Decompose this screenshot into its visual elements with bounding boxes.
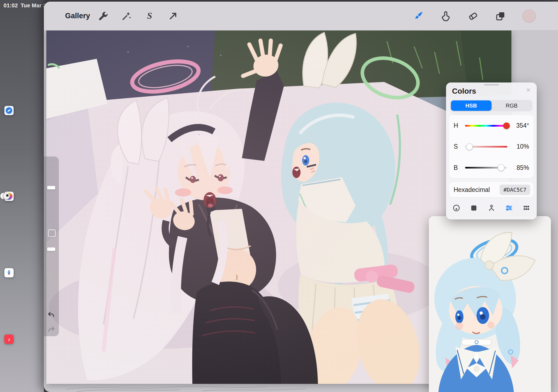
- saturation-slider-thumb[interactable]: [466, 143, 473, 150]
- disc-mode-icon: [452, 204, 460, 212]
- reference-image-arona: [429, 216, 551, 392]
- hue-label: H: [454, 122, 461, 129]
- hex-value-field[interactable]: #DAC5C7: [500, 185, 530, 195]
- transform-arrow-icon: [168, 11, 178, 22]
- color-mode-disc[interactable]: [451, 203, 461, 213]
- hexadecimal-label: Hexadecimal: [454, 186, 490, 194]
- undo-button[interactable]: [46, 310, 56, 320]
- hue-slider-row: H 354°: [454, 116, 529, 135]
- sketch-marks: [60, 382, 311, 392]
- redo-button[interactable]: [46, 324, 56, 335]
- saturation-label: S: [454, 143, 461, 150]
- status-bar: 01:02Tue Mar 3: [4, 2, 44, 9]
- undo-icon: [47, 311, 55, 319]
- gallery-button[interactable]: Gallery: [65, 2, 90, 30]
- transform-button[interactable]: [167, 10, 179, 22]
- palettes-mode-icon: [522, 204, 530, 212]
- color-modes-bar: [451, 202, 531, 214]
- brush-tool-button[interactable]: [412, 10, 424, 22]
- saturation-value: 10%: [511, 143, 529, 150]
- tab-hsb[interactable]: HSB: [451, 100, 492, 111]
- app-thumbnail-reader-music[interactable]: [3, 193, 10, 199]
- brightness-slider[interactable]: [465, 167, 507, 169]
- blue-circle-app-icon[interactable]: [4, 106, 14, 115]
- tab-rgb[interactable]: RGB: [492, 100, 532, 111]
- rocket-app-icon[interactable]: [4, 268, 14, 277]
- eraser-tool-button[interactable]: [467, 10, 479, 22]
- adjustments-wand-icon: [121, 11, 132, 22]
- actions-wrench-icon: [98, 11, 108, 22]
- top-toolbar: Gallery S: [44, 2, 558, 30]
- ipad-screen: 01:02Tue Mar 3: [0, 0, 558, 392]
- sidebar-tools: [44, 157, 59, 336]
- hexadecimal-row: Hexadecimal #DAC5C7: [449, 182, 533, 197]
- layers-button[interactable]: [495, 10, 507, 22]
- layers-icon: [495, 10, 506, 22]
- color-mode-segmented-control: HSB RGB: [450, 100, 532, 111]
- smudge-tool-button[interactable]: [440, 10, 452, 22]
- redo-icon: [47, 325, 55, 333]
- music-app-icon[interactable]: ♪: [4, 335, 14, 344]
- selection-button[interactable]: S: [144, 10, 156, 22]
- colors-panel: Colors × HSB RGB H 354° S: [446, 82, 537, 219]
- smudge-icon: [440, 10, 451, 22]
- colors-panel-title: Colors: [452, 87, 476, 96]
- hue-slider-thumb[interactable]: [503, 122, 510, 129]
- brush-size-slider[interactable]: [47, 186, 55, 189]
- value-mode-icon: [505, 204, 513, 212]
- adjustments-button[interactable]: [120, 10, 132, 22]
- eraser-icon: [467, 10, 479, 22]
- status-date: Tue Mar 3: [21, 2, 44, 8]
- app-switcher-strip: 01:02Tue Mar 3: [0, 0, 44, 392]
- hue-slider[interactable]: [465, 125, 507, 127]
- brightness-label: B: [454, 164, 461, 171]
- brightness-slider-thumb[interactable]: [498, 164, 504, 171]
- rocket-glyph: [6, 270, 12, 276]
- color-mode-palettes[interactable]: [521, 203, 531, 213]
- panel-drag-handle[interactable]: [484, 84, 499, 85]
- color-mode-value[interactable]: [504, 203, 514, 213]
- svg-text:S: S: [147, 11, 152, 21]
- brightness-value: 85%: [511, 164, 529, 171]
- brush-icon: [413, 10, 424, 22]
- hsb-sliders-card: H 354° S 10% B: [449, 115, 533, 178]
- actions-button[interactable]: [97, 10, 109, 22]
- harmony-mode-icon: [487, 204, 496, 212]
- saturation-slider[interactable]: [465, 146, 507, 148]
- active-color-swatch[interactable]: [523, 10, 536, 23]
- opacity-slider[interactable]: [47, 247, 55, 251]
- modify-button[interactable]: [48, 229, 56, 237]
- saturation-slider-row: S 10%: [454, 137, 529, 156]
- color-mode-harmony[interactable]: [487, 203, 496, 213]
- status-time: 01:02: [4, 2, 18, 8]
- color-mode-classic[interactable]: [469, 203, 479, 213]
- close-icon[interactable]: ×: [524, 86, 532, 94]
- reference-panel[interactable]: [429, 216, 551, 392]
- selection-icon: S: [144, 11, 155, 22]
- classic-mode-icon: [470, 204, 478, 212]
- hue-value: 354°: [511, 122, 529, 129]
- music-note-glyph: ♪: [8, 336, 10, 342]
- brightness-slider-row: B 85%: [454, 158, 529, 177]
- procreate-window: Gallery S: [44, 2, 558, 392]
